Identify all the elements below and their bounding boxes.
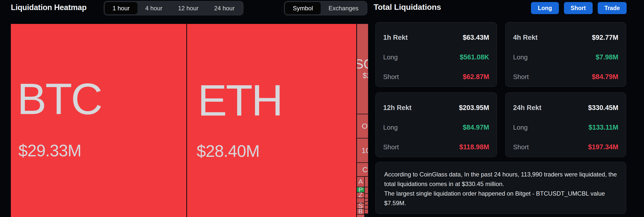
rekt-card-1h: 1h Rekt $63.43M Long $561.08K Short $62.… <box>375 22 497 87</box>
long-value: $561.08K <box>460 53 489 61</box>
treemap-tile-stub[interactable] <box>357 214 364 217</box>
treemap-tile-side4[interactable] <box>365 198 368 201</box>
card-period: 12h Rekt <box>383 104 412 112</box>
time-filter-1h[interactable]: 1 hour <box>105 2 137 14</box>
short-label: Short <box>513 143 529 151</box>
treemap-tile-side1[interactable] <box>365 177 368 187</box>
total-liquidations-title: Total Liquidations <box>374 3 441 12</box>
card-total: $203.95M <box>459 104 489 112</box>
short-value: $84.79M <box>592 73 618 81</box>
long-value: $7.98M <box>596 53 618 61</box>
short-label: Short <box>383 73 399 81</box>
treemap-tile-1000[interactable]: 100 <box>357 138 368 162</box>
action-buttons: Long Short Trade <box>531 2 627 14</box>
liquidation-summary: According to CoinGlass data, In the past… <box>375 162 626 214</box>
long-label: Long <box>383 124 398 131</box>
eth-value: $28.40M <box>197 143 260 159</box>
card-total: $63.43M <box>463 34 489 42</box>
treemap-tile-side5[interactable] <box>365 202 368 205</box>
time-filter-4h[interactable]: 4 hour <box>137 2 170 14</box>
a-label: A <box>359 178 363 185</box>
eth-label: ETH <box>198 78 282 122</box>
rekt-card-12h: 12h Rekt $203.95M Long $84.97M Short $11… <box>375 92 497 157</box>
liquidation-dashboard: Liquidation Heatmap 1 hour 4 hour 12 hou… <box>0 0 644 217</box>
summary-line-2: The largest single liquidation order hap… <box>384 189 617 208</box>
time-filter-group: 1 hour 4 hour 12 hour 24 hour <box>104 1 243 15</box>
short-value: $197.34M <box>588 143 618 151</box>
liquidation-treemap: BTC $29.33M ETH $28.40M SOL $2. Oth 100 … <box>11 24 368 217</box>
short-label: Short <box>383 143 399 151</box>
treemap-tile-side2[interactable] <box>365 187 368 193</box>
treemap-tile-btc[interactable]: BTC $29.33M <box>11 24 186 217</box>
treemap-tile-others[interactable]: Oth <box>357 114 368 138</box>
card-period: 1h Rekt <box>383 34 408 42</box>
rekt-card-24h: 24h Rekt $330.45M Long $133.11M Short $1… <box>505 92 626 157</box>
btc-label: BTC <box>17 77 101 121</box>
treemap-tile-side7[interactable] <box>365 209 368 213</box>
long-label: Long <box>513 124 528 131</box>
short-button[interactable]: Short <box>564 2 593 14</box>
treemap-tile-a[interactable]: A <box>357 177 364 187</box>
btc-value: $29.33M <box>18 142 81 159</box>
page-title: Liquidation Heatmap <box>11 3 87 12</box>
view-toggle-group: Symbol Exchanges <box>284 1 367 15</box>
short-label: Short <box>513 73 529 81</box>
summary-line-1: According to CoinGlass data, In the past… <box>384 170 617 189</box>
long-button[interactable]: Long <box>531 2 559 14</box>
sol-label: SOL <box>357 57 368 71</box>
ch-label: CH <box>362 166 368 174</box>
others-label: Oth <box>362 122 368 130</box>
treemap-tile-b[interactable]: B <box>357 209 364 214</box>
card-total: $330.45M <box>588 104 618 112</box>
view-toggle-exchanges[interactable]: Exchanges <box>321 2 366 14</box>
long-label: Long <box>513 53 528 61</box>
treemap-tile-side3[interactable] <box>365 194 368 198</box>
short-value: $62.87M <box>463 73 489 81</box>
trade-button[interactable]: Trade <box>598 2 627 14</box>
card-period: 24h Rekt <box>513 104 542 112</box>
long-value: $84.97M <box>463 124 489 131</box>
treemap-tile-side6[interactable] <box>365 205 368 209</box>
treemap-tile-ch[interactable]: CH <box>357 163 368 176</box>
time-filter-24h[interactable]: 24 hour <box>206 2 242 14</box>
time-filter-12h[interactable]: 12 hour <box>170 2 206 14</box>
card-total: $92.77M <box>592 34 618 42</box>
b-label: B <box>359 208 363 215</box>
short-value: $118.98M <box>459 143 489 151</box>
sol-value: $2. <box>363 71 368 81</box>
long-label: Long <box>383 53 398 61</box>
rekt-card-4h: 4h Rekt $92.77M Long $7.98M Short $84.79… <box>505 22 626 87</box>
card-period: 4h Rekt <box>513 34 538 42</box>
view-toggle-symbol[interactable]: Symbol <box>285 2 321 14</box>
long-value: $133.11M <box>588 124 618 131</box>
treemap-tile-eth[interactable]: ETH $28.40M <box>187 24 356 217</box>
1000-label: 100 <box>362 147 368 155</box>
treemap-tile-sol[interactable]: SOL $2. <box>357 24 368 114</box>
